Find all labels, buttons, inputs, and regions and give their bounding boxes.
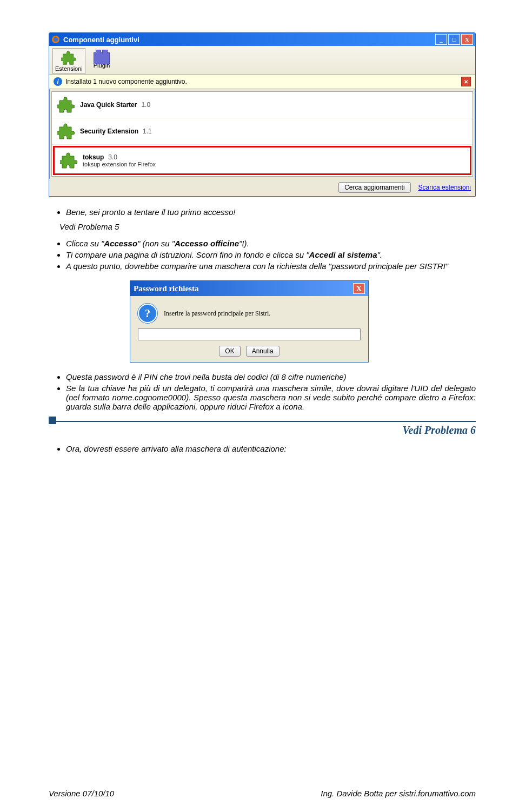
download-extensions-link[interactable]: Scarica estensioni xyxy=(418,184,471,191)
info-icon: i xyxy=(54,77,62,86)
minimize-button[interactable]: _ xyxy=(435,34,447,45)
extension-version: 1.0 xyxy=(141,101,150,109)
password-dialog: Password richiesta X ? Inserire la passw… xyxy=(130,280,369,363)
extension-version: 1.1 xyxy=(143,127,152,135)
extension-name: toksup xyxy=(83,153,104,161)
body-text: A questo punto, dovrebbe comparire una m… xyxy=(66,261,476,271)
tab-estensioni-label: Estensioni xyxy=(55,65,83,72)
extension-list: Java Quick Starter1.0 Security Extension… xyxy=(51,91,473,177)
question-icon: ? xyxy=(138,304,157,323)
addons-bottombar: Cerca aggiornamenti Scarica estensioni xyxy=(49,179,475,196)
password-title: Password richiesta xyxy=(134,284,198,293)
addons-titlebar[interactable]: Componenti aggiuntivi _ □ X xyxy=(49,33,475,46)
body-text: Se la tua chiave ha più di un delegato, … xyxy=(66,384,476,411)
body-text: Bene, sei pronto a tentare il tuo primo … xyxy=(66,207,476,217)
lego-icon xyxy=(94,52,110,64)
body-text: Ti compare una pagina di istruzioni. Sco… xyxy=(66,250,476,259)
svg-point-1 xyxy=(54,37,58,42)
vedi-problema-5: Vedi Problema 5 xyxy=(59,222,476,231)
extension-name: Java Quick Starter xyxy=(80,101,137,109)
footer-author: Ing. Davide Botta per sistri.forumattivo… xyxy=(321,789,476,798)
tab-estensioni[interactable]: Estensioni xyxy=(52,48,85,74)
puzzle-icon xyxy=(57,123,75,140)
extension-desc: toksup extension for Firefox xyxy=(83,161,156,167)
password-titlebar[interactable]: Password richiesta X xyxy=(130,281,368,296)
vedi-problema-6-block: Vedi Problema 6 xyxy=(49,417,476,437)
extension-row[interactable]: Java Quick Starter1.0 xyxy=(52,92,473,118)
close-button[interactable]: X xyxy=(461,34,473,45)
addons-window: Componenti aggiuntivi _ □ X Estensioni P… xyxy=(49,32,476,197)
ok-button[interactable]: OK xyxy=(219,346,240,357)
firefox-icon xyxy=(51,35,60,44)
extension-row[interactable]: Security Extension1.1 xyxy=(52,118,473,145)
cancel-button[interactable]: Annulla xyxy=(246,346,280,357)
check-updates-button[interactable]: Cerca aggiornamenti xyxy=(338,182,410,193)
body-text: Ora, dovresti essere arrivato alla masch… xyxy=(66,444,476,453)
info-text: Installato 1 nuovo componente aggiuntivo… xyxy=(65,78,187,85)
body-text: Clicca su "Accesso" (non su "Accesso off… xyxy=(66,239,476,248)
extension-row-highlighted[interactable]: toksup3.0 toksup extension for Firefox xyxy=(53,146,471,175)
tab-plugin[interactable]: Plugin xyxy=(91,48,113,74)
puzzle-icon xyxy=(61,50,76,65)
vedi-problema-6: Vedi Problema 6 xyxy=(49,424,476,437)
addons-title: Componenti aggiuntivi xyxy=(63,36,139,44)
page-footer: Versione 07/10/10 Ing. Davide Botta per … xyxy=(49,789,476,798)
addons-toolbar: Estensioni Plugin xyxy=(49,46,475,75)
info-close-button[interactable]: ✕ xyxy=(461,77,471,86)
maximize-button[interactable]: □ xyxy=(448,34,460,45)
info-bar: i Installato 1 nuovo componente aggiunti… xyxy=(49,75,475,89)
puzzle-icon xyxy=(57,96,75,113)
password-message: Inserire la password principale per Sist… xyxy=(164,310,270,318)
extension-version: 3.0 xyxy=(108,153,117,161)
close-button[interactable]: X xyxy=(353,283,365,294)
footer-version: Versione 07/10/10 xyxy=(49,789,114,798)
password-input[interactable] xyxy=(138,328,361,340)
body-text: Questa password è il PIN che trovi nella… xyxy=(66,372,476,381)
puzzle-icon xyxy=(60,152,77,169)
extension-name: Security Extension xyxy=(80,127,138,135)
